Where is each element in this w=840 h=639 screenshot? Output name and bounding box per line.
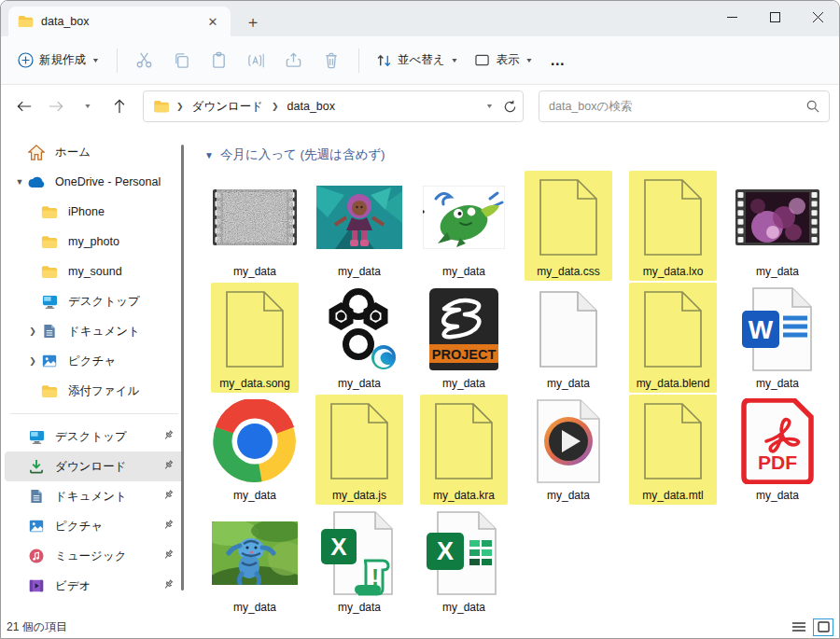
- search-input[interactable]: [549, 100, 806, 113]
- maximize-button[interactable]: [753, 1, 796, 33]
- close-button[interactable]: [796, 1, 839, 33]
- file-tile[interactable]: my_data.mtl: [621, 395, 725, 507]
- file-tile[interactable]: my_data.js: [307, 395, 412, 507]
- sidebar-item-onedrive-personal[interactable]: ▼OneDrive - Personal: [5, 167, 184, 197]
- sidebar-scrollbar[interactable]: [181, 145, 184, 590]
- chevron-down-icon[interactable]: ▼: [12, 177, 27, 187]
- delete-button[interactable]: [314, 45, 349, 76]
- breadcrumb[interactable]: ❯ ダウンロード ❯ data_box ▼: [143, 90, 524, 122]
- more-button[interactable]: …: [542, 47, 573, 75]
- sidebar-item--[interactable]: ❯ピクチャ: [5, 346, 184, 376]
- file-tile[interactable]: my_data.kra: [412, 395, 516, 507]
- sidebar-item--[interactable]: デスクトップ: [5, 286, 184, 316]
- status-bar: 21 個の項目: [1, 616, 839, 638]
- file-tile[interactable]: my_data: [307, 171, 412, 283]
- back-button[interactable]: [10, 92, 38, 120]
- pin-icon: [162, 549, 175, 563]
- chevron-right-icon[interactable]: ❯: [25, 356, 40, 366]
- file-name: my_data: [442, 600, 485, 616]
- file-tile[interactable]: my_data: [725, 171, 830, 283]
- tab-close-icon[interactable]: ✕: [203, 11, 223, 32]
- document-icon: [40, 322, 59, 340]
- large-icons-view-toggle[interactable]: [813, 618, 833, 636]
- chevron-right-icon[interactable]: ❯: [25, 326, 40, 336]
- sidebar-divider: [10, 413, 178, 414]
- sidebar-item--[interactable]: ドキュメント: [5, 481, 184, 511]
- file-tile[interactable]: X!my_data: [307, 507, 412, 616]
- up-button[interactable]: [105, 92, 133, 120]
- recent-locations-button[interactable]: ▼: [74, 92, 102, 120]
- tab-data-box[interactable]: data_box ✕: [8, 7, 231, 36]
- cut-button[interactable]: [127, 45, 162, 76]
- sidebar-item--[interactable]: ミュージック: [5, 541, 184, 571]
- paste-button[interactable]: [202, 45, 237, 76]
- share-button[interactable]: [276, 45, 312, 76]
- sidebar-item--[interactable]: ビデオ: [5, 571, 184, 601]
- minimize-button[interactable]: [710, 1, 753, 33]
- folder-icon: [153, 100, 170, 113]
- rename-button[interactable]: [239, 45, 274, 76]
- breadcrumb-downloads[interactable]: ダウンロード: [190, 97, 265, 117]
- copy-button[interactable]: [164, 45, 200, 76]
- list-view-icon: [792, 621, 805, 632]
- sort-icon: [376, 53, 392, 68]
- address-dropdown-icon[interactable]: ▼: [485, 103, 494, 110]
- file-tile[interactable]: my_data: [516, 283, 621, 395]
- sidebar-item-label: デスクトップ: [68, 294, 140, 310]
- sidebar-item--[interactable]: ダウンロード: [5, 451, 184, 481]
- sidebar-item-label: 添付ファイル: [68, 383, 139, 399]
- file-tile[interactable]: my_data: [203, 171, 307, 283]
- file-tile[interactable]: PDFmy_data: [725, 395, 830, 507]
- file-tile[interactable]: my_data: [203, 395, 307, 507]
- file-name: my_data.js: [332, 488, 386, 505]
- file-tile[interactable]: Xmy_data: [412, 507, 516, 616]
- refresh-icon[interactable]: [503, 100, 517, 114]
- file-name: my_data: [442, 376, 485, 393]
- new-tab-button[interactable]: ＋: [240, 8, 266, 35]
- excel-sheet-icon: X: [420, 507, 508, 600]
- details-view-toggle[interactable]: [789, 618, 809, 636]
- file-tile[interactable]: my_data: [203, 507, 307, 616]
- sidebar-item-iphone[interactable]: iPhone: [5, 197, 184, 227]
- file-name: my_data: [233, 600, 276, 616]
- sidebar-item-label: ダウンロード: [55, 459, 126, 475]
- svg-text:PROJECT: PROJECT: [432, 347, 497, 362]
- search-box[interactable]: [539, 90, 830, 122]
- file-tile[interactable]: Wmy_data: [725, 283, 830, 395]
- sidebar-item--[interactable]: デスクトップ: [5, 422, 184, 451]
- sort-button[interactable]: 並べ替え ▼: [369, 47, 467, 74]
- group-header[interactable]: ▼ 今月に入って (先週は含めず): [204, 146, 839, 163]
- file-tile[interactable]: my_data.css: [516, 171, 621, 283]
- sidebar-item-label: ミュージック: [55, 549, 126, 564]
- chevron-down-icon: ▼: [91, 57, 100, 64]
- file-name: my_data: [338, 600, 381, 616]
- sidebar-item--[interactable]: 添付ファイル: [5, 376, 184, 406]
- media-play-icon: [525, 395, 612, 488]
- new-button[interactable]: 新規作成 ▼: [10, 47, 107, 74]
- video-icon: [27, 576, 46, 595]
- file-tile[interactable]: my_data: [307, 283, 412, 395]
- view-button[interactable]: 表示 ▼: [468, 47, 540, 74]
- sidebar-item-my_photo[interactable]: my_photo: [5, 227, 184, 257]
- file-name: my_data: [756, 264, 799, 281]
- sidebar: ホーム▼OneDrive - PersonaliPhonemy_photomy_…: [1, 128, 188, 616]
- sidebar-item-my_sound[interactable]: my_sound: [5, 257, 184, 286]
- forward-button[interactable]: [42, 92, 70, 120]
- file-tile[interactable]: PROJECTmy_data: [412, 283, 516, 395]
- folder-icon: [18, 15, 34, 28]
- sidebar-item--[interactable]: ピクチャ: [5, 511, 184, 541]
- file-name: my_data.lxo: [643, 264, 704, 281]
- file-tile[interactable]: my_data: [412, 171, 516, 283]
- sidebar-item--[interactable]: ホーム: [5, 137, 184, 167]
- file-tile[interactable]: my_data: [516, 395, 621, 507]
- file-tile[interactable]: my_data.song: [203, 283, 307, 395]
- chevron-down-icon: ▼: [451, 57, 459, 64]
- music-icon: [27, 547, 46, 565]
- pin-icon: [162, 519, 175, 534]
- view-icon: [475, 53, 490, 67]
- file-tile[interactable]: my_data.lxo: [621, 171, 725, 283]
- sidebar-item--[interactable]: ❯ドキュメント: [5, 316, 184, 346]
- breadcrumb-data-box[interactable]: data_box: [286, 98, 337, 115]
- file-tile[interactable]: my_data.blend: [621, 283, 725, 395]
- sidebar-item-label: デスクトップ: [55, 429, 127, 445]
